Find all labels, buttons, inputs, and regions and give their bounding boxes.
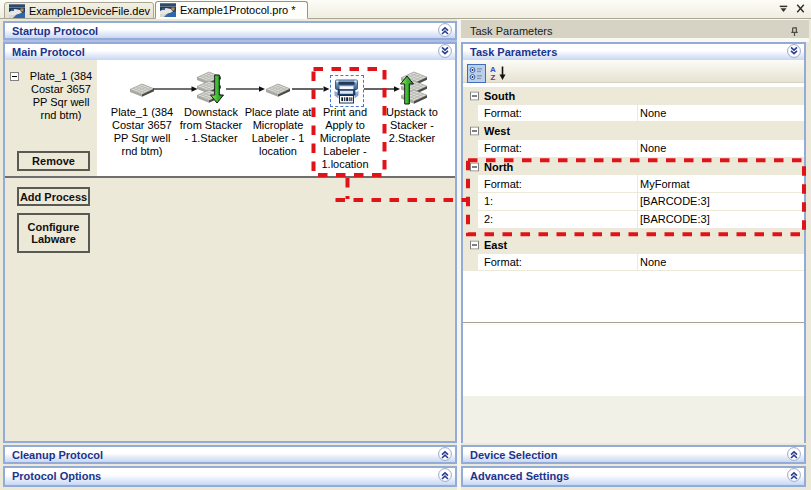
grid-property-value[interactable]: None: [640, 107, 666, 119]
tab-label: Example1DeviceFile.dev: [29, 5, 150, 17]
task-label-line: Stacker -: [367, 119, 457, 132]
grid-row[interactable]: Format:None: [463, 105, 804, 123]
collapse-plate-item-icon[interactable]: [10, 72, 19, 81]
pin-icon[interactable]: [789, 26, 800, 37]
collapse-main-icon[interactable]: [438, 44, 452, 58]
grid-property-value[interactable]: [BARCODE:3]: [640, 213, 710, 225]
task-label-line: 2.Stacker: [367, 132, 457, 145]
grid-gutter: [463, 140, 478, 157]
grid-footer: [463, 396, 804, 443]
grid-column-divider[interactable]: [637, 140, 638, 157]
remove-button[interactable]: Remove: [17, 151, 90, 171]
grid-category-south[interactable]: South: [463, 87, 804, 105]
task-parameters-title: Task Parameters: [470, 46, 557, 58]
categorized-button[interactable]: [467, 64, 486, 83]
task-label-line: Labeler -: [300, 145, 390, 158]
grid-row[interactable]: Format:None: [463, 254, 804, 272]
plate-icon[interactable]: [129, 83, 155, 97]
expand-advanced-settings-icon[interactable]: [787, 468, 801, 482]
property-grid: SouthFormat:NoneWestFormat:NoneNorthForm…: [463, 87, 804, 271]
collapse-task-parameters-icon[interactable]: [787, 44, 801, 58]
grid-divider: [463, 322, 804, 325]
stack-down-icon[interactable]: [195, 71, 233, 105]
grid-category-north[interactable]: North: [463, 158, 804, 176]
collapse-category-icon[interactable]: [470, 91, 479, 100]
configure-labware-button[interactable]: Configure Labware: [17, 213, 90, 253]
plate-item-line: PP Sqr well: [33, 96, 90, 108]
grid-row[interactable]: Format:MyFormat: [463, 175, 804, 193]
grid-property-name: 1:: [484, 195, 493, 207]
device-file-icon: [9, 4, 25, 18]
grid-category-west[interactable]: West: [463, 122, 804, 140]
tool-window-titlebar[interactable]: Task Parameters: [461, 19, 809, 39]
collapse-category-icon[interactable]: [470, 240, 479, 249]
startup-protocol-header[interactable]: Startup Protocol: [3, 21, 457, 40]
grid-property-value[interactable]: MyFormat: [640, 178, 690, 190]
main-protocol-header[interactable]: Main Protocol: [5, 44, 455, 60]
plate-item-line: Plate_1 (384: [30, 70, 92, 82]
task-parameters-header[interactable]: Task Parameters: [463, 44, 804, 60]
tab-example1protocol[interactable]: Example1Protocol.pro *: [155, 1, 308, 19]
grid-property-name: Format:: [484, 107, 522, 119]
grid-property-name: Format:: [484, 142, 522, 154]
protocol-file-icon: [160, 3, 176, 17]
expand-options-icon[interactable]: [438, 468, 452, 482]
document-tab-strip: Example1DeviceFile.dev Example1Protocol.…: [0, 0, 811, 19]
main-protocol-title: Main Protocol: [12, 46, 85, 58]
grid-property-value[interactable]: [BARCODE:3]: [640, 195, 710, 207]
grid-row[interactable]: Format:None: [463, 140, 804, 158]
grid-gutter: [463, 175, 478, 192]
svg-text:Z: Z: [491, 73, 496, 81]
grid-property-value[interactable]: None: [640, 142, 666, 154]
grid-column-divider[interactable]: [637, 211, 638, 228]
expand-startup-icon[interactable]: [438, 23, 452, 37]
printer-icon[interactable]: [334, 78, 359, 104]
grid-spacer: [463, 229, 804, 237]
plate-item-label[interactable]: Plate_1 (384 Costar 3657 PP Sqr well rnd…: [25, 70, 97, 122]
add-process-button[interactable]: Add Process: [17, 187, 90, 206]
grid-property-name: Format:: [484, 178, 522, 190]
task-parameters-panel: Task Parameters A: [461, 42, 806, 443]
collapse-category-icon[interactable]: [470, 162, 479, 171]
tab-label: Example1Protocol.pro *: [180, 4, 296, 16]
grid-column-divider[interactable]: [637, 105, 638, 122]
grid-column-divider[interactable]: [637, 175, 638, 192]
vworks-window: Example1DeviceFile.dev Example1Protocol.…: [0, 0, 811, 490]
expand-cleanup-icon[interactable]: [438, 447, 452, 461]
plate-item-line: rnd btm): [41, 109, 82, 121]
device-selection-header[interactable]: Device Selection: [461, 445, 806, 464]
grid-row[interactable]: 1:[BARCODE:3]: [463, 193, 804, 211]
task-label-upstack[interactable]: Upstack toStacker -2.Stacker: [367, 106, 457, 145]
close-document-icon[interactable]: [796, 4, 805, 13]
grid-property-value[interactable]: None: [640, 256, 666, 268]
cleanup-protocol-title: Cleanup Protocol: [12, 449, 103, 461]
tab-list-menu-icon[interactable]: [779, 5, 788, 13]
alphabetical-sort-icon[interactable]: A Z: [490, 65, 507, 81]
protocol-options-title: Protocol Options: [12, 470, 101, 482]
process-sidebar: Plate_1 (384 Costar 3657 PP Sqr well rnd…: [5, 60, 97, 176]
grid-column-divider[interactable]: [637, 193, 638, 210]
grid-gutter: [463, 254, 478, 271]
startup-protocol-title: Startup Protocol: [12, 25, 98, 37]
tab-example1devicefile[interactable]: Example1DeviceFile.dev: [4, 2, 154, 19]
advanced-settings-header[interactable]: Advanced Settings: [461, 466, 806, 487]
property-grid-toolbar: A Z: [463, 60, 804, 83]
grid-gutter: [463, 211, 478, 228]
collapse-category-icon[interactable]: [470, 127, 479, 136]
grid-column-divider[interactable]: [637, 254, 638, 271]
categorized-icon: [468, 65, 485, 82]
tool-window-title: Task Parameters: [470, 25, 553, 37]
stack-up-icon[interactable]: [397, 71, 435, 105]
plate-icon[interactable]: [265, 83, 291, 97]
cleanup-protocol-header[interactable]: Cleanup Protocol: [3, 445, 457, 464]
device-selection-title: Device Selection: [470, 449, 557, 461]
task-label-line: 1.location: [300, 158, 390, 171]
grid-category-east[interactable]: East: [463, 236, 804, 254]
grid-property-name: 2:: [484, 213, 493, 225]
grid-row[interactable]: 2:[BARCODE:3]: [463, 211, 804, 229]
protocol-options-header[interactable]: Protocol Options: [3, 466, 457, 487]
task-label-line: rnd btm): [97, 145, 187, 158]
expand-device-selection-icon[interactable]: [787, 447, 801, 461]
grid-gutter: [463, 105, 478, 122]
grid-property-name: Format:: [484, 256, 522, 268]
